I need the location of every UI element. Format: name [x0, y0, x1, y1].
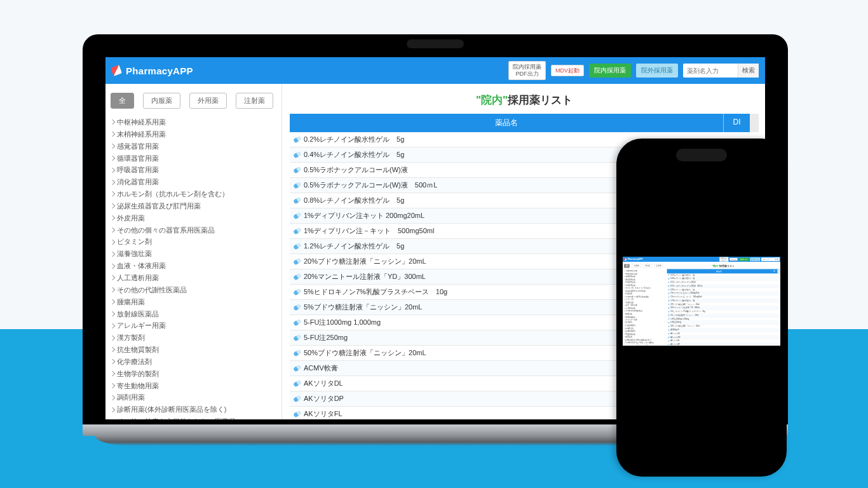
pill-icon — [293, 227, 302, 234]
drug-name-text: AKソリタFL — [304, 409, 342, 419]
drug-table-body[interactable]: 0.2%レチノイン酸水性ゲル 5g0.4%レチノイン酸水性ゲル 5g0.5%ラボ… — [667, 273, 780, 345]
drug-row[interactable]: AKソリタFP — [667, 343, 780, 345]
category-label: ホルモン剤（抗ホルモン剤を含む） — [117, 189, 229, 199]
filter-oral-button[interactable]: 内服薬 — [632, 264, 641, 268]
drug-name-cell: AKソリタFL — [667, 339, 773, 343]
scrollbar-gutter — [777, 269, 779, 273]
search-button[interactable]: 検索 — [738, 64, 759, 78]
drug-name-cell: 1%ディプリバン注－キット 500mg50ml — [667, 295, 773, 299]
drug-name-text: 5-FU注250mg — [304, 333, 348, 342]
category-item[interactable]: 中枢神経系用薬 — [109, 116, 278, 128]
category-label: 化学療法剤 — [625, 327, 634, 330]
category-item[interactable]: 泌尿生殖器官及び肛門用薬 — [109, 200, 278, 212]
category-label: 呼吸器官用薬 — [625, 281, 635, 284]
phone-bezel: PharmacyAPP 院内採用薬 PDF出力 MDV起動 院内採用薬 院外採用… — [616, 139, 787, 477]
category-label: 血液・体液用薬 — [117, 261, 166, 271]
category-label: 生物学的製剤 — [117, 369, 159, 379]
search-button[interactable]: 検索 — [775, 257, 780, 261]
category-item[interactable]: 循環器官用薬 — [109, 152, 278, 165]
category-label: 循環器官用薬 — [117, 154, 159, 163]
drug-name-cell: 5-FU注1000mg 1,000mg — [667, 318, 773, 322]
search-input[interactable] — [683, 65, 738, 77]
tab-in-hospital[interactable]: 院内採用薬 — [739, 257, 749, 261]
filter-injection-button[interactable]: 注射薬 — [236, 93, 273, 109]
category-item[interactable]: アレルギー用薬 — [109, 320, 278, 332]
category-item[interactable]: アルカロイド系麻薬（天然麻薬） — [623, 344, 664, 345]
category-label: 調剤用薬 — [117, 393, 145, 402]
list-title-accent: "院内" — [712, 264, 719, 268]
mdv-launch-button[interactable]: MDV起動 — [551, 65, 584, 77]
mdv-launch-button[interactable]: MDV起動 — [729, 258, 737, 261]
app-title: PharmacyAPP — [628, 258, 643, 261]
chevron-right-icon — [110, 311, 115, 316]
category-item[interactable]: 寄生動物用薬 — [109, 380, 278, 392]
category-label: アレルギー用薬 — [625, 319, 637, 322]
category-label: 滋養強壮薬 — [625, 302, 634, 304]
category-label: アルカロイド系麻薬（天然麻薬） — [625, 344, 651, 345]
drug-name-text: 5%ヒドロキノン7%乳酸プラスチベース 10g — [670, 311, 705, 313]
drug-name-text: 1%ディプリバン注－キット 500mg50ml — [304, 226, 434, 236]
filter-all-button[interactable]: 全 — [624, 264, 630, 268]
category-list[interactable]: 中枢神経系用薬末梢神経系用薬感覚器官用薬循環器官用薬呼吸器官用薬消化器官用薬ホル… — [623, 269, 664, 345]
chevron-right-icon — [110, 359, 115, 364]
chevron-right-icon — [110, 215, 115, 220]
drug-name-cell: ACMV軟膏 — [667, 329, 773, 332]
category-item[interactable]: 外皮用薬 — [109, 212, 278, 224]
category-item[interactable]: その他の治療を主目的としない医薬品 — [109, 416, 278, 419]
pdf-export-button[interactable]: 院内採用薬 PDF出力 — [508, 61, 546, 80]
tab-out-hospital[interactable]: 院外採用薬 — [636, 64, 678, 78]
pill-icon — [293, 135, 302, 143]
category-item[interactable]: 滋養強壮薬 — [109, 248, 278, 260]
pill-icon — [293, 303, 302, 311]
category-item[interactable]: 生物学的製剤 — [109, 368, 278, 380]
phone-app-mini: PharmacyAPP 院内採用薬 PDF出力 MDV起動 院内採用薬 院外採用… — [623, 257, 780, 345]
category-label: 中枢神経系用薬 — [625, 270, 637, 273]
category-item[interactable]: 血液・体液用薬 — [109, 260, 278, 272]
tab-in-hospital[interactable]: 院内採用薬 — [589, 64, 631, 78]
category-list[interactable]: 中枢神経系用薬末梢神経系用薬感覚器官用薬循環器官用薬呼吸器官用薬消化器官用薬ホル… — [109, 116, 278, 419]
category-label: 泌尿生殖器官及び肛門用薬 — [117, 201, 201, 211]
pdf-export-line2: PDF出力 — [513, 71, 541, 78]
drug-name-text: AKソリタFP — [670, 344, 680, 345]
drug-name-text: 0.5%ラボナックアルコール(W)液 500ｍL — [670, 285, 702, 288]
category-item[interactable]: ホルモン剤（抗ホルモン剤を含む） — [109, 188, 278, 200]
tab-out-hospital[interactable]: 院外採用薬 — [750, 257, 760, 261]
drug-name-text: 0.5%ラボナックアルコール(W)液 — [304, 165, 408, 175]
category-item[interactable]: 調剤用薬 — [109, 391, 278, 403]
category-item[interactable]: 末梢神経系用薬 — [109, 128, 278, 140]
filter-injection-button[interactable]: 注射薬 — [654, 264, 663, 268]
category-item[interactable]: 化学療法剤 — [109, 356, 278, 368]
app-header: PharmacyAPP 院内採用薬 PDF出力 MDV起動 院内採用薬 院外採用… — [623, 257, 780, 262]
table-header: 薬品名 DI — [290, 114, 759, 132]
category-item[interactable]: 腫瘍用薬 — [109, 296, 278, 308]
pill-icon — [668, 344, 670, 345]
drug-name-cell: 1.2%レチノイン酸水性ゲル 5g — [667, 299, 773, 303]
category-item[interactable]: ビタミン剤 — [109, 236, 278, 248]
category-item[interactable]: 呼吸器官用薬 — [109, 164, 278, 176]
category-item[interactable]: その他の代謝性医薬品 — [109, 284, 278, 296]
column-di: DI — [771, 269, 777, 273]
app-logo-icon — [624, 258, 627, 261]
category-item[interactable]: 漢方製剤 — [109, 332, 278, 344]
filter-topical-button[interactable]: 外用薬 — [643, 264, 652, 268]
pill-icon — [293, 212, 302, 219]
filter-oral-button[interactable]: 内服薬 — [143, 93, 180, 109]
pdf-export-button[interactable]: 院内採用薬 PDF出力 — [719, 257, 728, 262]
category-item[interactable]: 抗生物質製剤 — [109, 344, 278, 356]
drug-name-text: 20%ブドウ糖注射液「ニッシン」20mL — [670, 303, 700, 306]
category-label: 人工透析用薬 — [625, 308, 635, 310]
category-label: 漢方製剤 — [117, 333, 145, 342]
category-label: ビタミン剤 — [117, 237, 152, 247]
category-item[interactable]: 消化器官用薬 — [109, 176, 278, 188]
category-item[interactable]: その他の個々の器官系用医薬品 — [109, 224, 278, 236]
category-item[interactable]: 人工透析用薬 — [109, 272, 278, 284]
category-item[interactable]: 放射線医薬品 — [109, 308, 278, 320]
category-label: 滋養強壮薬 — [117, 249, 152, 259]
filter-topical-button[interactable]: 外用薬 — [189, 93, 227, 109]
drug-name-text: 50%ブドウ糖注射液「ニッシン」20mL — [670, 325, 700, 328]
filter-all-button[interactable]: 全 — [111, 93, 134, 109]
category-item[interactable]: 診断用薬(体外診断用医薬品を除く) — [109, 403, 278, 416]
pill-icon — [293, 166, 302, 173]
search-input[interactable] — [761, 258, 775, 261]
category-item[interactable]: 感覚器官用薬 — [109, 140, 278, 152]
